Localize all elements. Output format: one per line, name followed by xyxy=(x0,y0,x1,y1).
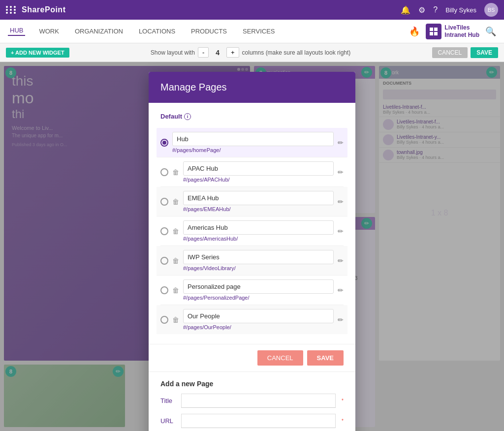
main-area: 8 this mo thi Welcome to Liv... The uniq… xyxy=(0,62,504,431)
toolbar-cancel-button[interactable]: CANCEL xyxy=(432,47,468,58)
search-icon[interactable]: 🔍 xyxy=(485,26,496,37)
add-page-title: Add a new Page xyxy=(160,380,344,388)
modal-cancel-button[interactable]: CANCEL xyxy=(257,350,303,366)
livetiles-logo: LiveTiles Intranet Hub xyxy=(426,24,479,39)
delete-icon-emea[interactable]: 🗑 xyxy=(172,198,179,206)
page-row-emea: 🗑 #/pages/EMEAHub/ ✏ xyxy=(157,187,347,216)
modal-body: Default i #/pages/homePage/ ✏ 🗑 xyxy=(149,103,355,344)
edit-icon-emea[interactable]: ✏ xyxy=(338,198,344,206)
page-input-wrap-apac: #/pages/APACHub/ xyxy=(183,161,334,183)
title-field: Title * xyxy=(160,394,344,408)
page-row-apac: 🗑 #/pages/APACHub/ ✏ xyxy=(160,157,344,187)
page-input-wrap-iwp: #/pages/VideoLibrary/ xyxy=(183,250,334,271)
page-input-americas[interactable] xyxy=(183,220,334,235)
nav-locations[interactable]: LOCATIONS xyxy=(137,28,177,35)
decrease-columns-button[interactable]: - xyxy=(198,47,209,58)
svg-rect-0 xyxy=(430,28,433,31)
edit-icon-personalized[interactable]: ✏ xyxy=(338,286,344,294)
radio-ourpeople[interactable] xyxy=(160,316,168,324)
help-icon[interactable]: ? xyxy=(433,5,438,14)
title-required: * xyxy=(342,398,344,403)
radio-hub[interactable] xyxy=(160,139,168,147)
add-widget-button[interactable]: + ADD NEW WIDGET xyxy=(6,48,69,58)
column-count: 4 xyxy=(212,49,223,57)
radio-emea[interactable] xyxy=(160,198,168,206)
page-input-personalized[interactable] xyxy=(183,279,334,294)
page-input-hub[interactable] xyxy=(172,132,334,146)
toolbar: + ADD NEW WIDGET Show layout with - 4 + … xyxy=(0,43,504,62)
avatar[interactable]: BS xyxy=(484,3,498,17)
modal-title: Manage Pages xyxy=(160,82,227,92)
toolbar-save-button[interactable]: SAVE xyxy=(471,47,498,58)
radio-americas[interactable] xyxy=(160,227,168,235)
sharepoint-logo: SharePoint xyxy=(22,5,65,14)
livetiles-text: LiveTiles Intranet Hub xyxy=(444,24,479,38)
edit-icon-apac[interactable]: ✏ xyxy=(338,168,344,176)
manage-pages-modal: Manage Pages Default i #/pages/homePage/… xyxy=(149,72,355,431)
nav-bar: HUB WORK ORGANIZATION LOCATIONS PRODUCTS… xyxy=(0,20,504,43)
new-page-url-input[interactable] xyxy=(181,414,336,428)
page-input-ourpeople[interactable] xyxy=(183,309,334,323)
nav-organization[interactable]: ORGANIZATION xyxy=(73,28,125,35)
page-input-wrap-americas: #/pages/AmericasHub/ xyxy=(183,220,334,242)
add-page-section: Add a new Page Title * URL * xyxy=(149,371,355,431)
page-input-wrap-ourpeople: #/pages/OurPeople/ xyxy=(183,309,334,330)
modal-save-button[interactable]: SAVE xyxy=(307,350,344,366)
radio-apac[interactable] xyxy=(160,168,168,176)
page-input-wrap-emea: #/pages/EMEAHub/ xyxy=(183,191,334,212)
page-input-iwp[interactable] xyxy=(183,250,334,264)
delete-icon-iwp[interactable]: 🗑 xyxy=(172,257,179,265)
edit-icon-iwp[interactable]: ✏ xyxy=(338,257,344,265)
top-bar: SharePoint 🔔 ⚙ ? Billy Sykes BS xyxy=(0,0,504,20)
page-row-hub: #/pages/homePage/ ✏ xyxy=(157,128,347,157)
page-url-iwp: #/pages/VideoLibrary/ xyxy=(183,265,334,271)
user-name: Billy Sykes xyxy=(445,6,476,14)
delete-icon-apac[interactable]: 🗑 xyxy=(172,168,179,176)
top-bar-left: SharePoint xyxy=(6,5,65,14)
layout-control: Show layout with - 4 + columns (make sur… xyxy=(151,47,351,58)
page-url-americas: #/pages/AmericasHub/ xyxy=(183,236,334,242)
new-page-title-input[interactable] xyxy=(181,394,336,408)
bell-icon[interactable]: 🔔 xyxy=(401,5,410,15)
top-bar-right: 🔔 ⚙ ? Billy Sykes BS xyxy=(401,3,498,17)
modal-footer: CANCEL SAVE xyxy=(149,344,355,371)
modal-header: Manage Pages xyxy=(149,72,355,103)
page-row-personalized: 🗑 #/pages/PersonalizedPage/ ✏ xyxy=(160,276,344,305)
toolbar-actions: CANCEL SAVE xyxy=(432,47,498,58)
edit-icon-hub[interactable]: ✏ xyxy=(338,139,344,147)
page-input-wrap-hub: #/pages/homePage/ xyxy=(172,132,334,153)
page-input-emea[interactable] xyxy=(183,191,334,205)
delete-icon-americas[interactable]: 🗑 xyxy=(172,227,179,235)
nav-services[interactable]: SERVICES xyxy=(241,28,277,35)
fire-icon: 🔥 xyxy=(409,26,420,37)
page-row-americas: 🗑 #/pages/AmericasHub/ ✏ xyxy=(160,216,344,246)
url-field: URL * xyxy=(160,414,344,428)
radio-personalized[interactable] xyxy=(160,286,168,294)
page-row-iwp: 🗑 #/pages/VideoLibrary/ ✏ xyxy=(157,246,347,276)
page-url-apac: #/pages/APACHub/ xyxy=(183,177,334,183)
nav-links: HUB WORK ORGANIZATION LOCATIONS PRODUCTS… xyxy=(8,27,277,36)
delete-icon-personalized[interactable]: 🗑 xyxy=(172,286,179,294)
nav-products[interactable]: PRODUCTS xyxy=(189,28,229,35)
page-input-apac[interactable] xyxy=(183,161,334,176)
svg-rect-1 xyxy=(434,28,438,31)
livetiles-icon xyxy=(426,24,441,39)
delete-icon-ourpeople[interactable]: 🗑 xyxy=(172,316,179,324)
edit-icon-ourpeople[interactable]: ✏ xyxy=(338,316,344,324)
page-input-wrap-personalized: #/pages/PersonalizedPage/ xyxy=(183,279,334,301)
url-required: * xyxy=(342,418,344,424)
page-url-hub: #/pages/homePage/ xyxy=(172,147,334,153)
url-label: URL xyxy=(160,417,175,425)
apps-icon[interactable] xyxy=(6,6,17,14)
radio-iwp[interactable] xyxy=(160,257,168,265)
page-url-emea: #/pages/EMEAHub/ xyxy=(183,206,334,212)
increase-columns-button[interactable]: + xyxy=(226,47,239,58)
title-label: Title xyxy=(160,397,175,404)
edit-icon-americas[interactable]: ✏ xyxy=(338,227,344,235)
svg-rect-3 xyxy=(434,32,438,35)
gear-icon[interactable]: ⚙ xyxy=(418,5,425,15)
nav-hub[interactable]: HUB xyxy=(8,27,25,36)
nav-work[interactable]: WORK xyxy=(37,28,61,35)
modal-overlay: Manage Pages Default i #/pages/homePage/… xyxy=(0,62,504,431)
page-url-personalized: #/pages/PersonalizedPage/ xyxy=(183,295,334,301)
